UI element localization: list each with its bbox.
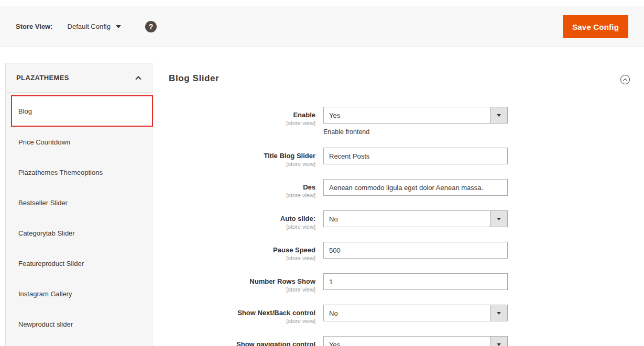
sidebar-item-label: Featureproduct Slider: [18, 260, 84, 267]
field-label: Auto slide:: [169, 215, 315, 222]
sidebar-item-categorytab-slider[interactable]: Categorytab Slider: [6, 218, 152, 248]
field-scope-label: [store view]: [169, 120, 315, 126]
sidebar-item-newproduct-slider[interactable]: Newproduct slider: [6, 309, 152, 339]
input-pause-speed[interactable]: [323, 242, 508, 259]
field-scope-label: [store view]: [169, 286, 315, 293]
sidebar-item-bestseller-slider[interactable]: Bestseller Slider: [6, 187, 152, 218]
sidebar-item-instagram-gallery[interactable]: Instagram Gallery: [6, 278, 152, 309]
form-row-auto-slide: Auto slide: [store view] No: [169, 210, 508, 230]
sidebar-item-label: Instagram Gallery: [18, 290, 72, 298]
field-label: Show navigation control: [169, 340, 315, 346]
top-toolbar: Store View: Default Config ? Save Config: [0, 6, 644, 47]
input-number-rows-show[interactable]: [323, 273, 508, 290]
caret-down-icon: [116, 25, 121, 28]
store-view-value: Default Config: [68, 23, 111, 30]
select-value: No: [329, 215, 338, 223]
select-auto-slide[interactable]: No: [323, 210, 508, 227]
input-des[interactable]: [323, 179, 508, 196]
section-collapse-button[interactable]: [620, 75, 630, 84]
form-row-title-blog-slider: Title Blog Slider [store view]: [169, 148, 508, 167]
store-view-label: Store View:: [16, 23, 53, 30]
save-config-button[interactable]: Save Config: [563, 15, 628, 38]
sidebar-item-label: Newproduct slider: [18, 320, 73, 328]
field-label: Des: [169, 183, 315, 191]
page-title: Blog Slider: [169, 73, 219, 84]
select-show-next-back-control[interactable]: No: [323, 305, 508, 321]
select-show-navigation-control[interactable]: Yes: [323, 336, 508, 346]
sidebar-item-label: Blog: [18, 107, 32, 115]
field-scope-label: [store view]: [169, 224, 315, 230]
form-row-show-navigation-control: Show navigation control [store view] Yes: [169, 336, 508, 346]
select-value: Yes: [329, 341, 340, 346]
select-value: Yes: [329, 111, 340, 119]
field-scope-label: [store view]: [169, 318, 315, 324]
form-row-des: Des [store view]: [169, 179, 508, 198]
sidebar-item-plazathemes-themeoptions[interactable]: Plazathemes Themeoptions: [6, 157, 152, 187]
sidebar-item-label: Categorytab Slider: [18, 229, 75, 237]
chevron-up-icon: [623, 78, 627, 82]
field-scope-label: [store view]: [169, 161, 315, 167]
config-form: Enable [store view] Yes Enable frontend …: [169, 107, 508, 346]
store-view-dropdown[interactable]: Default Config: [68, 23, 121, 30]
sidebar-item-label: Bestseller Slider: [18, 199, 68, 207]
sidebar-items: Blog Price Countdown Plazathemes Themeop…: [6, 95, 152, 339]
field-label: Pause Speed: [169, 246, 315, 254]
sidebar-item-featureproduct-slider[interactable]: Featureproduct Slider: [6, 248, 152, 278]
field-label: Title Blog Slider: [169, 152, 315, 160]
select-enable[interactable]: Yes: [323, 107, 508, 124]
sidebar-item-label: Plazathemes Themeoptions: [18, 169, 103, 176]
form-row-enable: Enable [store view] Yes Enable frontend: [169, 107, 508, 136]
form-row-show-next-back-control: Show Next/Back control [store view] No: [169, 305, 508, 324]
field-scope-label: [store view]: [169, 192, 315, 198]
field-hint: Enable frontend: [323, 128, 508, 136]
input-title-blog-slider[interactable]: [323, 148, 508, 164]
select-value: No: [329, 309, 338, 317]
field-label: Enable: [169, 111, 315, 119]
chevron-down-icon[interactable]: [490, 107, 507, 123]
field-label: Number Rows Show: [169, 277, 315, 285]
chevron-down-icon[interactable]: [490, 305, 507, 321]
sidebar-section-plazathemes[interactable]: PLAZATHEMES: [6, 63, 152, 93]
field-scope-label: [store view]: [169, 255, 315, 261]
sidebar-section-label: PLAZATHEMES: [16, 74, 69, 82]
sidebar-item-label: Price Countdown: [18, 138, 70, 146]
chevron-down-icon[interactable]: [490, 211, 507, 227]
help-icon[interactable]: ?: [145, 21, 157, 32]
config-nav-sidebar: PLAZATHEMES Blog Price Countdown Plazath…: [5, 63, 152, 346]
chevron-up-icon: [135, 76, 141, 82]
sidebar-item-price-countdown[interactable]: Price Countdown: [6, 127, 152, 157]
form-row-pause-speed: Pause Speed [store view]: [169, 242, 508, 261]
field-label: Show Next/Back control: [169, 309, 315, 317]
form-row-number-rows-show: Number Rows Show [store view]: [169, 273, 508, 293]
chevron-down-icon[interactable]: [490, 337, 507, 346]
sidebar-item-blog[interactable]: Blog: [11, 95, 153, 127]
